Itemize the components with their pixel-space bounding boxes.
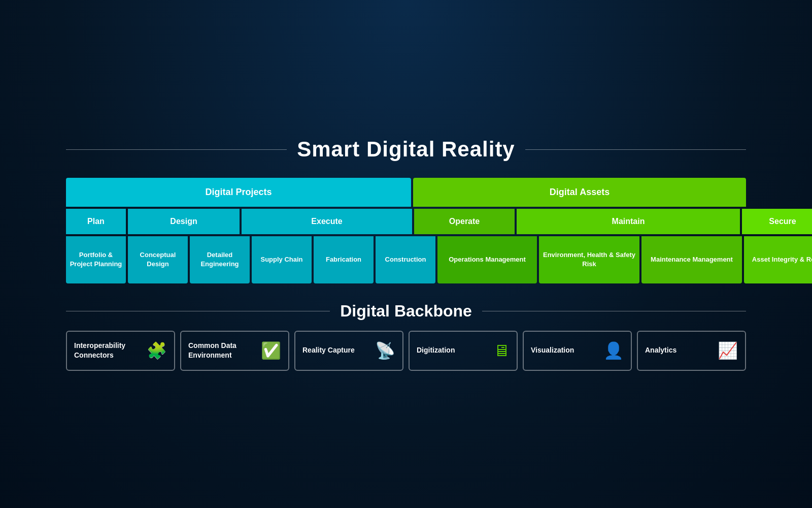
backbone-card-label-3: Digitization [417,345,455,356]
backbone-card-icon-5: 📈 [718,341,738,360]
main-title: Smart Digital Reality [297,137,515,162]
phase-secure: Secure [742,209,812,234]
phase-design: Design [128,209,240,234]
subcell-supply: Supply Chain [252,236,312,283]
category-row: Digital Projects Digital Assets [66,178,746,207]
subcell-fabrication: Fabrication [314,236,374,283]
subcell-row: Portfolio & Project Planning Conceptual … [66,236,746,283]
backbone-section: Digital Backbone Interoperability Connec… [66,302,746,371]
subcell-maintenance: Maintenance Management [641,236,742,283]
backbone-card-icon-4: 👤 [603,341,624,360]
backbone-card-icon-3: 🖥 [493,341,510,360]
phase-operate: Operate [414,209,515,234]
subcell-conceptual: Conceptual Design [128,236,188,283]
cat-digital-assets: Digital Assets [413,178,746,207]
subcell-construction: Construction [376,236,435,283]
title-line-left [66,149,287,150]
backbone-card-icon-1: ✅ [261,341,281,360]
backbone-card-label-4: Visualization [531,345,574,356]
backbone-card-4: Visualization👤 [523,331,632,371]
main-container: Smart Digital Reality Digital Projects D… [66,137,746,371]
phase-execute: Execute [242,209,412,234]
subcell-detailed: Detailed Engineering [190,236,250,283]
subcell-portfolio: Portfolio & Project Planning [66,236,126,283]
subcell-operations: Operations Management [437,236,537,283]
subcell-environment: Environment, Health & Safety Risk [539,236,639,283]
title-row: Smart Digital Reality [66,137,746,162]
phase-maintain: Maintain [517,209,740,234]
backbone-line-left [66,311,330,311]
title-line-right [525,149,746,150]
backbone-card-icon-2: 📡 [375,341,395,360]
backbone-cards: Interoperability Connectors🧩Common Data … [66,331,746,371]
cat-digital-projects: Digital Projects [66,178,411,207]
subcell-asset: Asset Integrity & Reliability [744,236,812,283]
backbone-line-right [482,311,746,311]
phase-row: Plan Design Execute Operate Maintain Sec… [66,209,746,234]
backbone-card-label-0: Interoperability Connectors [74,341,142,361]
backbone-card-2: Reality Capture📡 [294,331,403,371]
backbone-card-3: Digitization🖥 [409,331,518,371]
backbone-card-icon-0: 🧩 [147,341,167,360]
phase-plan: Plan [66,209,126,234]
backbone-card-5: Analytics📈 [637,331,746,371]
backbone-card-1: Common Data Environment✅ [180,331,289,371]
backbone-card-label-5: Analytics [645,345,676,356]
backbone-card-0: Interoperability Connectors🧩 [66,331,175,371]
backbone-title-row: Digital Backbone [66,302,746,321]
backbone-card-label-1: Common Data Environment [188,341,256,361]
backbone-card-label-2: Reality Capture [302,345,355,356]
backbone-title: Digital Backbone [340,302,472,321]
